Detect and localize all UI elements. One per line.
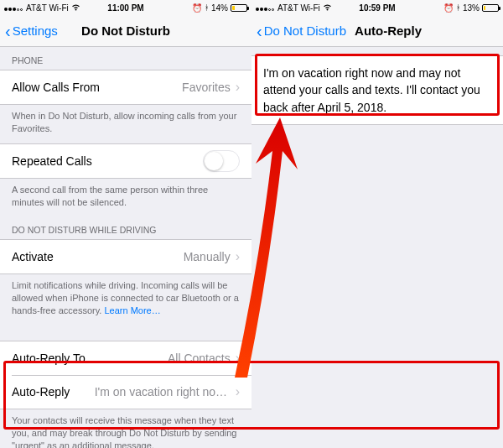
- carrier-label: AT&T Wi-Fi: [26, 3, 69, 13]
- chevron-right-icon: ›: [236, 384, 240, 399]
- status-bar: AT&T Wi-Fi 10:59 PM ⏰ ᚼ 13%: [252, 0, 503, 15]
- cell-value: Favorites: [175, 81, 231, 94]
- cell-label: Allow Calls From: [12, 81, 100, 94]
- section-header-driving: DO NOT DISTURB WHILE DRIVING: [0, 216, 252, 239]
- carrier-label: AT&T Wi-Fi: [277, 3, 320, 13]
- signal-icon: [256, 3, 275, 13]
- bluetooth-icon: ᚼ: [456, 3, 460, 12]
- right-screen: AT&T Wi-Fi 10:59 PM ⏰ ᚼ 13% ‹ Do Not Dis…: [252, 0, 503, 448]
- group-allow-calls: Allow Calls From Favorites ›: [0, 70, 252, 105]
- back-label: Do Not Disturb: [264, 23, 346, 38]
- cell-repeated-calls[interactable]: Repeated Calls: [0, 144, 252, 178]
- cell-value: I'm on vacation right now an…: [88, 385, 231, 399]
- cell-allow-calls-from[interactable]: Allow Calls From Favorites ›: [0, 70, 252, 104]
- chevron-right-icon: ›: [236, 249, 240, 264]
- chevron-right-icon: ›: [236, 80, 240, 95]
- clock-label: 10:59 PM: [359, 3, 395, 13]
- clock-label: 11:00 PM: [107, 3, 143, 13]
- cell-label: Activate: [12, 250, 54, 263]
- auto-reply-message-field[interactable]: I'm on vacation right now and may not at…: [252, 55, 503, 125]
- section-header-phone: PHONE: [0, 47, 252, 70]
- battery-pct-label: 13%: [463, 3, 480, 13]
- back-button[interactable]: ‹ Do Not Disturb: [257, 23, 346, 39]
- alarm-icon: ⏰: [443, 3, 454, 13]
- battery-pct-label: 14%: [211, 3, 228, 13]
- wifi-icon: [323, 4, 332, 11]
- back-button[interactable]: ‹ Settings: [5, 23, 58, 39]
- cell-label: Auto-Reply To: [12, 352, 86, 365]
- alarm-icon: ⏰: [192, 3, 202, 13]
- signal-icon: [4, 3, 23, 13]
- group-repeated: Repeated Calls: [0, 143, 252, 179]
- footer-repeated: A second call from the same person withi…: [0, 179, 252, 217]
- bluetooth-icon: ᚼ: [205, 3, 209, 12]
- chevron-left-icon: ‹: [257, 23, 262, 39]
- wifi-icon: [71, 4, 80, 11]
- learn-more-link[interactable]: Learn More…: [104, 305, 160, 315]
- footer-activate: Limit notifications while driving. Incom…: [0, 274, 252, 326]
- cell-auto-reply-to[interactable]: Auto-Reply To All Contacts ›: [0, 341, 252, 375]
- cell-label: Repeated Calls: [12, 154, 92, 168]
- status-bar: AT&T Wi-Fi 11:00 PM ⏰ ᚼ 14%: [0, 0, 252, 15]
- group-autoreply: Auto-Reply To All Contacts › Auto-Reply …: [0, 341, 252, 409]
- battery-icon: [482, 4, 499, 12]
- left-screen: AT&T Wi-Fi 11:00 PM ⏰ ᚼ 14% ‹ Settings D…: [0, 0, 252, 448]
- group-activate: Activate Manually ›: [0, 239, 252, 274]
- back-label: Settings: [13, 23, 58, 38]
- nav-bar: ‹ Do Not Disturb Auto-Reply: [252, 15, 503, 47]
- cell-label: Auto-Reply: [12, 385, 70, 399]
- nav-title: Do Not Disturb: [81, 23, 170, 38]
- cell-value: Manually: [177, 250, 231, 263]
- chevron-left-icon: ‹: [5, 23, 11, 39]
- cell-auto-reply[interactable]: Auto-Reply I'm on vacation right now an……: [0, 375, 252, 409]
- repeated-calls-toggle[interactable]: [203, 150, 240, 172]
- footer-allow-calls: When in Do Not Disturb, allow incoming c…: [0, 105, 252, 143]
- cell-value: All Contacts: [161, 352, 231, 365]
- battery-icon: [231, 4, 247, 12]
- chevron-right-icon: ›: [236, 351, 240, 366]
- cell-activate[interactable]: Activate Manually ›: [0, 240, 252, 273]
- footer-autoreply: Your contacts will receive this message …: [0, 409, 252, 448]
- nav-title: Auto-Reply: [355, 23, 422, 38]
- nav-bar: ‹ Settings Do Not Disturb: [0, 15, 252, 47]
